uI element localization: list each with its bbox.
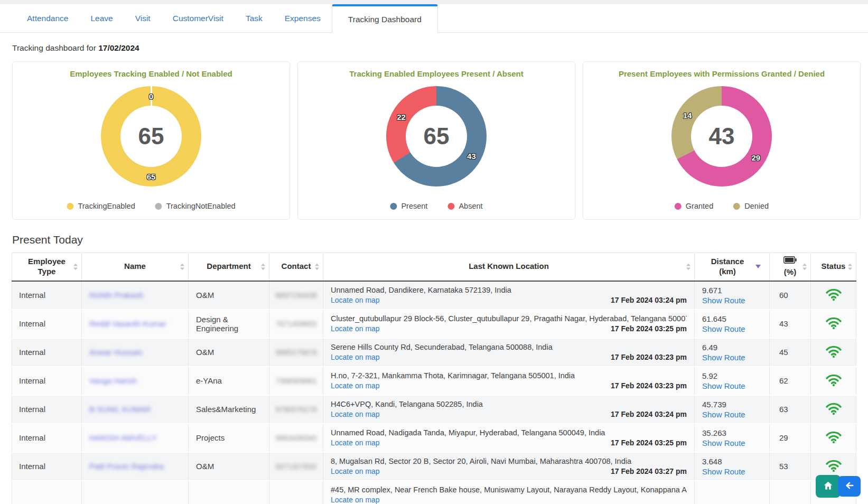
name-cell: B SUNIL KUMAR	[82, 395, 189, 424]
tab-tracking-dashboard[interactable]: Tracking Dashboard	[332, 4, 438, 33]
chart-legend: TrackingEnabledTrackingNotEnabled	[67, 202, 235, 210]
column-header-[interactable]: (%)	[770, 253, 811, 281]
employee-name-link[interactable]: B SUNIL KUMAR	[89, 405, 151, 414]
floating-buttons	[816, 475, 861, 498]
legend-item-trackingnotenabled[interactable]: TrackingNotEnabled	[155, 202, 236, 210]
column-header-status[interactable]: Status	[811, 253, 856, 281]
tab-bar: AttendanceLeaveVisitCustomerVisitTaskExp…	[0, 4, 868, 33]
show-route-link[interactable]: Show Route	[702, 467, 745, 476]
chart-legend: GrantedDenied	[675, 202, 769, 210]
show-route-link[interactable]: Show Route	[702, 381, 745, 390]
department-cell: e-YAna	[189, 367, 269, 395]
column-header-contact[interactable]: Contact	[269, 253, 323, 281]
distance-value: 9.671	[702, 286, 764, 295]
legend-item-granted[interactable]: Granted	[675, 202, 713, 210]
battery-percent-cell: 45	[770, 338, 811, 367]
employee-type-cell: Internal	[12, 338, 82, 367]
home-button[interactable]	[816, 475, 841, 498]
location-timestamp: 17 Feb 2024 03:23 pm	[611, 353, 687, 361]
location-address: H.no, 7-2-321, Mankamma Thota, Karimnaga…	[331, 371, 687, 380]
column-header-distance-km[interactable]: Distance (km)	[695, 253, 770, 281]
subtitle-date: 17/02/2024	[98, 43, 139, 52]
column-header-label: Contact	[282, 262, 311, 270]
battery-percent-cell: 62	[770, 367, 811, 395]
employee-type-cell: Internal	[12, 281, 82, 310]
legend-dot	[733, 203, 740, 210]
tab-customervisit[interactable]: CustomerVisit	[162, 14, 235, 23]
distance-cell: 9.671Show Route	[695, 281, 770, 310]
employee-name-link[interactable]: Anwar Hussain	[89, 348, 143, 357]
location-timestamp: 17 Feb 2024 03:27 pm	[611, 467, 687, 475]
legend-dot	[447, 203, 454, 210]
employee-name-link[interactable]: Reddi Vasanth Kumar	[89, 319, 166, 328]
column-header-label: (%)	[784, 267, 796, 277]
locate-on-map-link[interactable]: Locate on map	[331, 496, 380, 504]
employee-name-link[interactable]: Rohith Prakash	[89, 291, 144, 300]
sort-carets-icon	[802, 263, 807, 270]
column-header-label: Employee Type	[28, 257, 66, 276]
column-header-label: Distance (km)	[703, 257, 752, 277]
battery-percent-cell: 53	[770, 452, 811, 481]
name-cell: Patil Pravin Rajendra	[82, 452, 189, 481]
contact-number: 7386909881	[276, 377, 317, 385]
column-header-department[interactable]: Department	[189, 253, 269, 281]
tab-visit[interactable]: Visit	[124, 14, 162, 23]
legend-label: Denied	[744, 202, 769, 210]
show-route-link[interactable]: Show Route	[702, 324, 745, 333]
subtitle-text: Tracking dashboard for	[12, 43, 96, 52]
slice-label: 0	[149, 92, 153, 101]
location-cell: Unnamed Road, Nadigada Tanda, Miyapur, H…	[323, 424, 695, 452]
sort-carets-icon	[686, 263, 690, 270]
tab-task[interactable]: Task	[235, 14, 274, 23]
location-cell: H4C6+VPQ, Kandi, Telangana 502285, India…	[323, 395, 695, 424]
locate-on-map-link[interactable]: Locate on map	[331, 324, 380, 333]
legend-item-present[interactable]: Present	[390, 202, 427, 210]
show-route-link[interactable]: Show Route	[702, 353, 745, 362]
slice-label: 65	[147, 172, 156, 181]
back-button[interactable]	[838, 476, 861, 497]
location-address: 8, Mugalsan Rd, Sector 20 B, Sector 20, …	[331, 457, 687, 465]
slice-label: 43	[467, 151, 476, 160]
wifi-status-icon	[825, 351, 842, 360]
donut-total: 65	[138, 123, 164, 150]
distance-value: 45.739	[702, 400, 764, 409]
legend-item-trackingenabled[interactable]: TrackingEnabled	[67, 202, 135, 210]
show-route-link[interactable]: Show Route	[702, 438, 745, 447]
employee-name-link[interactable]: HARISH AMVELLY	[89, 433, 157, 442]
location-timestamp: 17 Feb 2024 03:25 pm	[611, 438, 687, 447]
locate-on-map-link[interactable]: Locate on map	[331, 438, 380, 447]
location-cell: Cluster_qutubullapur 29 Block-56, Cluste…	[323, 310, 695, 338]
chart-title: Employees Tracking Enabled / Not Enabled	[70, 69, 232, 78]
legend-item-denied[interactable]: Denied	[733, 202, 769, 210]
battery-percent-cell: 29	[770, 424, 811, 452]
distance-cell: 35.263Show Route	[695, 424, 770, 452]
tab-leave[interactable]: Leave	[79, 14, 124, 23]
locate-on-map-link[interactable]: Locate on map	[331, 353, 380, 361]
show-route-link[interactable]: Show Route	[702, 410, 745, 419]
contact-number: 7671409855	[276, 320, 317, 328]
employee-type-cell: Internal	[12, 452, 82, 481]
column-header-employee-type[interactable]: Employee Type	[12, 253, 82, 281]
show-route-link[interactable]: Show Route	[702, 296, 745, 305]
column-header-name[interactable]: Name	[82, 253, 189, 281]
locate-on-map-link[interactable]: Locate on map	[331, 381, 380, 390]
employee-name-link[interactable]: Patil Pravin Rajendra	[89, 462, 164, 471]
legend-label: Absent	[459, 202, 482, 210]
column-header-last-known-location[interactable]: Last Known Location	[323, 253, 695, 281]
locate-on-map-link[interactable]: Locate on map	[331, 467, 380, 475]
employee-name-link[interactable]: Vanga Harish	[89, 376, 137, 385]
table-title: Present Today	[12, 234, 868, 246]
contact-cell: 9985275878	[269, 338, 323, 367]
locate-on-map-link[interactable]: Locate on map	[331, 296, 380, 304]
status-cell	[811, 310, 856, 338]
chart-card-present-employees-with-permissions-granted-denied: Present Employees with Permissions Grant…	[583, 61, 861, 220]
sort-carets-icon	[848, 263, 852, 270]
slice-label: 14	[683, 111, 692, 120]
legend-item-absent[interactable]: Absent	[447, 202, 482, 210]
location-timestamp: 17 Feb 2024 03:23 pm	[611, 381, 687, 390]
tab-expenses[interactable]: Expenses	[274, 14, 332, 23]
wifi-status-icon	[825, 408, 842, 417]
tab-attendance[interactable]: Attendance	[16, 14, 79, 23]
location-timestamp: 17 Feb 2024 03:25 pm	[611, 324, 687, 333]
locate-on-map-link[interactable]: Locate on map	[331, 410, 380, 418]
